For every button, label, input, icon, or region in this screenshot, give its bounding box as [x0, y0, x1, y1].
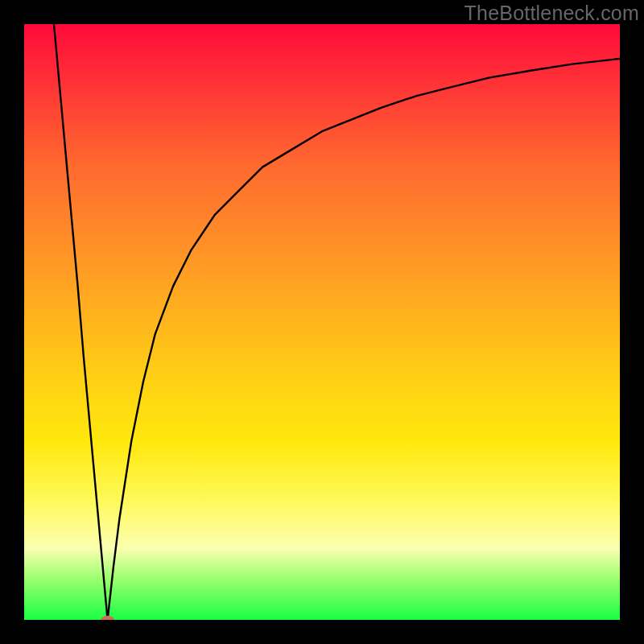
min-marker [101, 616, 114, 620]
watermark-text: TheBottleneck.com [464, 2, 639, 25]
curve-path [54, 24, 620, 620]
plot-area [24, 24, 620, 620]
chart-svg [24, 24, 620, 620]
chart-frame: TheBottleneck.com [0, 0, 644, 644]
